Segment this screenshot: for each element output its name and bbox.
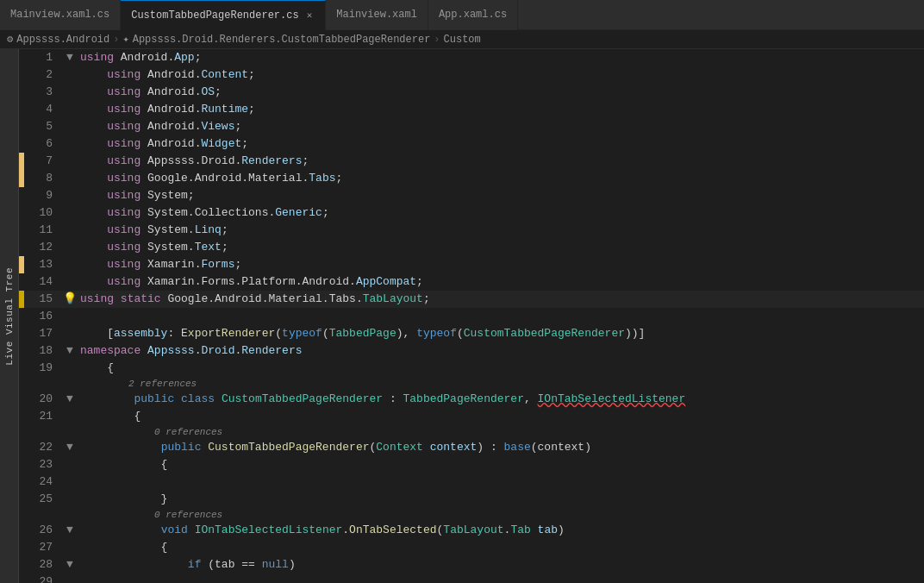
table-row: 9 using System; xyxy=(19,187,924,204)
line-number: 14 xyxy=(24,273,63,291)
breadcrumb-sep2: › xyxy=(434,34,440,46)
line-number: 15 xyxy=(24,291,63,308)
table-row: 19 { xyxy=(19,360,924,377)
line-content: void IOnTabSelectedListener.OnTabSelecte… xyxy=(77,522,924,539)
line-number: 4 xyxy=(24,101,63,118)
line-content: using static Google.Android.Material.Tab… xyxy=(77,291,924,308)
collapse-icon[interactable]: ▼ xyxy=(63,391,77,408)
table-row: 25 } xyxy=(19,491,924,508)
table-row: 18 ▼ namespace Appssss.Droid.Renderers xyxy=(19,342,924,360)
line-content xyxy=(77,308,924,325)
collapse-icon[interactable]: ▼ xyxy=(63,556,77,574)
table-row: 24 xyxy=(19,473,924,491)
breadcrumb-sep1: › xyxy=(113,34,119,46)
line-number: 7 xyxy=(24,153,63,170)
table-row: 21 { xyxy=(19,408,924,425)
breadcrumb-class-icon: ✦ xyxy=(122,33,128,46)
reference-hint-row: 0 references xyxy=(19,425,924,439)
table-row: 7 using Appssss.Droid.Renderers; xyxy=(19,153,924,170)
tab-label: Mainview.xaml.cs xyxy=(10,9,109,21)
reference-hint[interactable]: 0 references xyxy=(77,425,924,439)
line-content: using Android.Views; xyxy=(77,118,924,135)
breadcrumb-member[interactable]: Custom xyxy=(444,34,481,46)
line-number: 29 xyxy=(24,574,63,583)
line-number: 27 xyxy=(24,539,63,556)
table-row: 17 [assembly: ExportRenderer(typeof(Tabb… xyxy=(19,325,924,342)
line-content: public CustomTabbedPageRenderer(Context … xyxy=(77,439,924,456)
line-content: { xyxy=(77,539,924,556)
line-content: { xyxy=(77,408,924,425)
line-number: 21 xyxy=(24,408,63,425)
reference-hint[interactable]: 2 references xyxy=(77,377,924,391)
tab-label: App.xaml.cs xyxy=(439,9,507,21)
table-row: 3 using Android.OS; xyxy=(19,84,924,101)
line-number: 25 xyxy=(24,491,63,508)
line-number: 1 xyxy=(24,49,63,66)
table-row: 2 using Android.Content; xyxy=(19,66,924,84)
tab-bar: Mainview.xaml.cs CustomTabbedPageRendere… xyxy=(0,0,924,30)
breadcrumb-class[interactable]: ✦ Appssss.Droid.Renderers.CustomTabbedPa… xyxy=(122,33,430,46)
collapse-icon[interactable]: ▼ xyxy=(63,342,77,360)
table-row: 8 using Google.Android.Material.Tabs; xyxy=(19,170,924,187)
line-number: 28 xyxy=(24,556,63,574)
line-content: { xyxy=(77,456,924,473)
line-content: using System.Collections.Generic; xyxy=(77,204,924,222)
table-row: 26 ▼ void IOnTabSelectedListener.OnTabSe… xyxy=(19,522,924,539)
tab-label: CustomTabbedPageRenderer.cs xyxy=(131,9,298,22)
live-visual-tree-sidebar: Live Visual Tree xyxy=(0,49,19,583)
code-container: 1 ▼ using Android.App; 2 using Android.C… xyxy=(19,49,924,583)
line-content: using Android.App; xyxy=(77,49,924,66)
table-row: 20 ▼ public class CustomTabbedPageRender… xyxy=(19,391,924,408)
table-row: 1 ▼ using Android.App; xyxy=(19,49,924,66)
code-editor[interactable]: 1 ▼ using Android.App; 2 using Android.C… xyxy=(19,49,924,583)
collapse-icon[interactable]: ▼ xyxy=(63,439,77,456)
tab-mainview-xaml[interactable]: Mainview.xaml xyxy=(326,0,428,30)
table-row: 15 💡 using static Google.Android.Materia… xyxy=(19,291,924,308)
line-content: using Xamarin.Forms; xyxy=(77,256,924,273)
line-number: 8 xyxy=(24,170,63,187)
reference-hint-row: 0 references xyxy=(19,508,924,522)
collapse-icon[interactable]: ▼ xyxy=(63,522,77,539)
line-number: 24 xyxy=(24,473,63,491)
line-number: 26 xyxy=(24,522,63,539)
reference-hint-row: 2 references xyxy=(19,377,924,391)
line-number: 10 xyxy=(24,204,63,222)
line-number: 17 xyxy=(24,325,63,342)
line-content: using Appssss.Droid.Renderers; xyxy=(77,153,924,170)
table-row: 11 using System.Linq; xyxy=(19,222,924,239)
main-area: Live Visual Tree 1 ▼ using Android.App; … xyxy=(0,49,924,583)
table-row: 12 using System.Text; xyxy=(19,239,924,256)
table-row: 6 using Android.Widget; xyxy=(19,135,924,153)
line-content: namespace Appssss.Droid.Renderers xyxy=(77,342,924,360)
line-content: public class CustomTabbedPageRenderer : … xyxy=(77,391,924,408)
line-content xyxy=(77,574,924,583)
table-row: 10 using System.Collections.Generic; xyxy=(19,204,924,222)
line-number: 19 xyxy=(24,360,63,377)
tab-close-icon[interactable]: ✕ xyxy=(304,9,315,22)
tab-mainview-xaml-cs[interactable]: Mainview.xaml.cs xyxy=(0,0,121,30)
line-content: using Xamarin.Forms.Platform.Android.App… xyxy=(77,273,924,291)
line-number: 12 xyxy=(24,239,63,256)
line-content: using Android.Widget; xyxy=(77,135,924,153)
table-row: 29 xyxy=(19,574,924,583)
line-number: 2 xyxy=(24,66,63,84)
table-row: 14 using Xamarin.Forms.Platform.Android.… xyxy=(19,273,924,291)
line-content: [assembly: ExportRenderer(typeof(TabbedP… xyxy=(77,325,924,342)
breadcrumb-project[interactable]: Appssss.Android xyxy=(16,34,109,46)
line-indicator xyxy=(19,425,24,439)
line-content: } xyxy=(77,491,924,508)
sidebar-label: Live Visual Tree xyxy=(4,267,15,366)
line-content xyxy=(77,473,924,491)
tab-custom-tabbed[interactable]: CustomTabbedPageRenderer.cs ✕ xyxy=(121,0,326,30)
lightbulb-icon[interactable]: 💡 xyxy=(63,291,77,308)
table-row: 4 using Android.Runtime; xyxy=(19,101,924,118)
tab-app-xaml-cs[interactable]: App.xaml.cs xyxy=(428,0,518,30)
collapse-icon[interactable]: ▼ xyxy=(63,49,77,66)
reference-hint[interactable]: 0 references xyxy=(77,508,924,522)
line-content: using Android.Runtime; xyxy=(77,101,924,118)
line-number: 23 xyxy=(24,456,63,473)
line-number: 18 xyxy=(24,342,63,360)
line-content: if (tab == null) xyxy=(77,556,924,574)
tab-label: Mainview.xaml xyxy=(336,9,417,21)
line-content: using Android.Content; xyxy=(77,66,924,84)
